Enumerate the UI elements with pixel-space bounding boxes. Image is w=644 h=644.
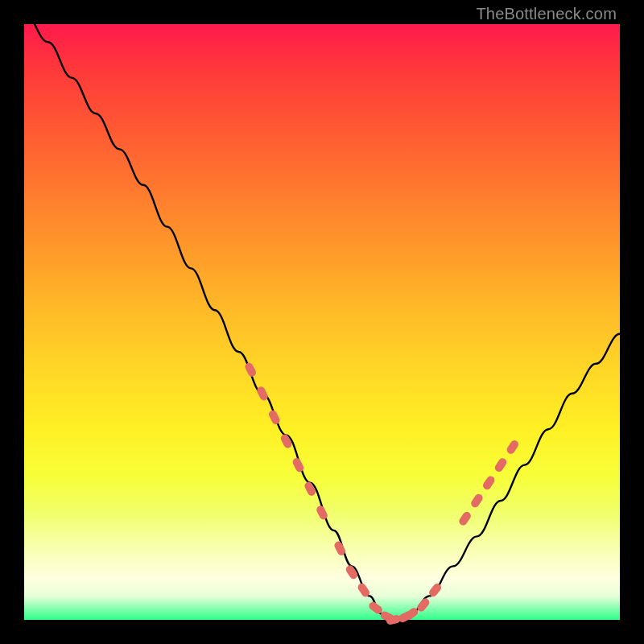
curve-marker <box>457 510 472 527</box>
curve-marker <box>256 386 270 402</box>
curve-marker <box>481 475 496 492</box>
curve-marker <box>244 361 258 378</box>
chart-frame: TheBottleneck.com <box>0 0 644 644</box>
curve-marker <box>415 597 431 613</box>
curve-marker <box>316 505 329 522</box>
plot-area <box>24 24 620 620</box>
bottleneck-curve <box>24 12 620 620</box>
curve-marker <box>469 493 484 510</box>
chart-svg <box>24 24 620 620</box>
curve-marker <box>493 456 508 473</box>
marker-cluster-right <box>457 439 520 526</box>
curve-marker <box>267 409 281 426</box>
curve-marker <box>506 439 520 456</box>
marker-cluster-valley <box>333 540 443 625</box>
marker-cluster-left <box>244 361 329 521</box>
watermark-text: TheBottleneck.com <box>476 5 617 23</box>
curve-marker <box>291 456 305 473</box>
